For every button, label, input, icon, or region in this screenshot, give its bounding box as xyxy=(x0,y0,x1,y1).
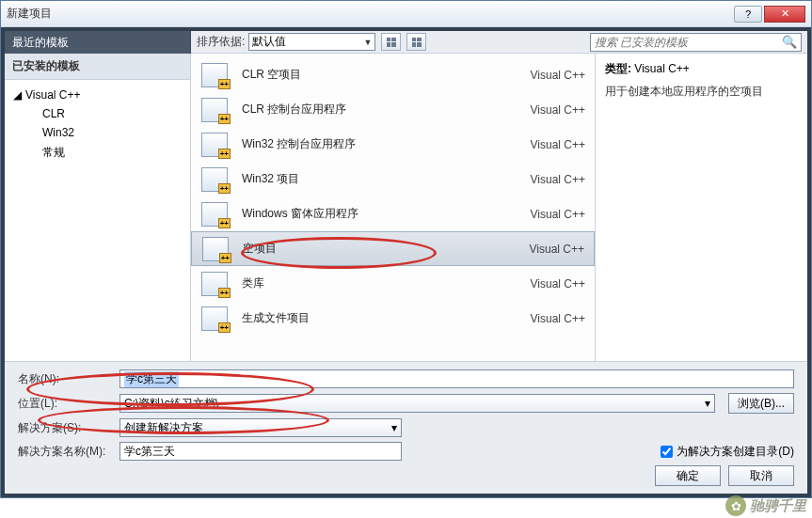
view-small-icon[interactable] xyxy=(381,33,401,51)
watermark: ✿ 驰骋千里 xyxy=(725,495,806,516)
solution-row: 解决方案(S): 创建新解决方案 ▾ xyxy=(18,418,794,437)
sort-value: 默认值 xyxy=(252,34,286,50)
template-name: CLR 空项目 xyxy=(242,67,531,83)
tree-expand-icon[interactable]: ◢ xyxy=(12,90,22,100)
template-lang: Visual C++ xyxy=(531,277,585,290)
template-item[interactable]: 生成文件项目Visual C++ xyxy=(191,301,595,336)
template-name: Win32 控制台应用程序 xyxy=(242,136,531,152)
template-item[interactable]: Windows 窗体应用程序Visual C++ xyxy=(191,196,595,231)
watermark-text: 驰骋千里 xyxy=(750,497,806,515)
template-item[interactable]: CLR 空项目Visual C++ xyxy=(191,57,595,92)
left-column: 已安装的模板 ◢ Visual C++ CLR Win32 常规 xyxy=(5,54,191,361)
tree-item-clr[interactable]: CLR xyxy=(8,104,186,123)
location-label: 位置(L): xyxy=(18,396,112,412)
template-lang: Visual C++ xyxy=(531,312,585,325)
location-value: C:\资料\c练习文档\ xyxy=(124,396,218,412)
solution-label: 解决方案(S): xyxy=(18,420,112,436)
dialog-buttons: 确定 取消 xyxy=(18,465,794,486)
solname-value: 学c第三天 xyxy=(124,444,175,460)
new-project-dialog: 新建项目 ? ✕ 最近的模板 排序依据: 默认值 ▼ xyxy=(0,0,812,498)
template-name: 类库 xyxy=(242,275,531,291)
template-lang: Visual C++ xyxy=(531,208,585,221)
createdir-row: 为解决方案创建目录(D) xyxy=(661,444,794,460)
help-button[interactable]: ? xyxy=(734,6,762,23)
template-lang: Visual C++ xyxy=(531,69,585,82)
search-input[interactable] xyxy=(595,36,782,49)
name-input[interactable]: 学c第三天 xyxy=(119,369,794,388)
titlebar: 新建项目 ? ✕ xyxy=(1,1,811,27)
template-item[interactable]: Win32 控制台应用程序Visual C++ xyxy=(191,127,595,162)
template-lang: Visual C++ xyxy=(531,173,585,186)
name-label: 名称(N): xyxy=(18,371,112,387)
createdir-checkbox[interactable] xyxy=(661,446,673,458)
solname-row: 解决方案名称(M): 学c第三天 为解决方案创建目录(D) xyxy=(18,442,794,461)
template-icon xyxy=(201,236,230,262)
template-icon xyxy=(200,306,229,332)
body-row: 已安装的模板 ◢ Visual C++ CLR Win32 常规 CLR 空项目… xyxy=(5,54,807,361)
template-item[interactable]: Win32 项目Visual C++ xyxy=(191,162,595,196)
template-description: 用于创建本地应用程序的空项目 xyxy=(605,83,798,100)
main-panel: 最近的模板 排序依据: 默认值 ▼ 🔍 已安 xyxy=(5,31,807,494)
template-item[interactable]: 空项目Visual C++ xyxy=(191,231,595,266)
watermark-icon: ✿ xyxy=(725,495,746,516)
sort-dropdown[interactable]: 默认值 ▼ xyxy=(248,33,375,51)
details-pane: 类型: Visual C++ 用于创建本地应用程序的空项目 xyxy=(596,54,807,361)
template-lang: Visual C++ xyxy=(531,103,585,117)
view-large-icon[interactable] xyxy=(406,33,426,51)
type-label: 类型: xyxy=(605,62,631,75)
template-item[interactable]: 类库Visual C++ xyxy=(191,266,595,301)
chevron-down-icon: ▼ xyxy=(363,38,372,47)
solution-value: 创建新解决方案 xyxy=(124,420,203,436)
template-tree: ◢ Visual C++ CLR Win32 常规 xyxy=(5,80,190,169)
template-icon xyxy=(200,201,229,228)
template-item[interactable]: CLR 控制台应用程序Visual C++ xyxy=(191,92,595,127)
installed-templates-header[interactable]: 已安装的模板 xyxy=(5,54,190,80)
cancel-button[interactable]: 取消 xyxy=(728,465,794,486)
tree-item-win32[interactable]: Win32 xyxy=(8,123,186,142)
close-button[interactable]: ✕ xyxy=(764,6,805,23)
search-icon[interactable]: 🔍 xyxy=(782,35,797,49)
template-icon xyxy=(200,166,229,193)
sort-label: 排序依据: xyxy=(197,34,245,50)
name-row: 名称(N): 学c第三天 xyxy=(18,369,794,388)
template-name: CLR 控制台应用程序 xyxy=(242,102,531,118)
type-line: 类型: Visual C++ xyxy=(605,61,798,77)
template-lang: Visual C++ xyxy=(530,243,584,256)
template-icon xyxy=(200,62,229,88)
solname-label: 解决方案名称(M): xyxy=(18,444,112,460)
template-name: Windows 窗体应用程序 xyxy=(242,206,531,222)
template-name: 空项目 xyxy=(243,241,530,257)
browse-button[interactable]: 浏览(B)... xyxy=(728,393,794,414)
sort-bar: 排序依据: 默认值 ▼ 🔍 xyxy=(191,31,807,54)
template-name: 生成文件项目 xyxy=(242,310,531,326)
content-area: 最近的模板 排序依据: 默认值 ▼ 🔍 已安 xyxy=(1,27,811,497)
template-icon xyxy=(200,97,229,123)
tree-item-visual-cpp[interactable]: ◢ Visual C++ xyxy=(8,86,186,104)
search-box[interactable]: 🔍 xyxy=(590,33,802,52)
template-icon xyxy=(200,132,229,158)
template-name: Win32 项目 xyxy=(242,171,531,187)
location-row: 位置(L): C:\资料\c练习文档\ ▾ 浏览(B)... xyxy=(18,393,794,414)
template-icon xyxy=(200,271,229,297)
bottom-panel: 名称(N): 学c第三天 位置(L): C:\资料\c练习文档\ ▾ 浏览(B)… xyxy=(5,361,807,494)
window-buttons: ? ✕ xyxy=(732,6,805,23)
type-value: Visual C++ xyxy=(634,62,689,75)
name-value: 学c第三天 xyxy=(124,371,179,387)
template-lang: Visual C++ xyxy=(531,138,585,151)
window-title: 新建项目 xyxy=(7,6,732,22)
solname-input[interactable]: 学c第三天 xyxy=(119,442,402,461)
solution-dropdown[interactable]: 创建新解决方案 ▾ xyxy=(119,418,402,437)
ok-button[interactable]: 确定 xyxy=(655,465,721,486)
tree-item-label: Visual C++ xyxy=(25,88,80,102)
location-dropdown[interactable]: C:\资料\c练习文档\ ▾ xyxy=(119,394,715,413)
chevron-down-icon: ▾ xyxy=(391,421,397,434)
tree-item-general[interactable]: 常规 xyxy=(8,142,186,164)
createdir-label: 为解决方案创建目录(D) xyxy=(677,444,794,460)
chevron-down-icon: ▾ xyxy=(705,397,710,410)
template-list: CLR 空项目Visual C++CLR 控制台应用程序Visual C++Wi… xyxy=(191,54,596,361)
header-row: 最近的模板 排序依据: 默认值 ▼ 🔍 xyxy=(5,31,807,54)
recent-templates-header[interactable]: 最近的模板 xyxy=(5,31,191,54)
